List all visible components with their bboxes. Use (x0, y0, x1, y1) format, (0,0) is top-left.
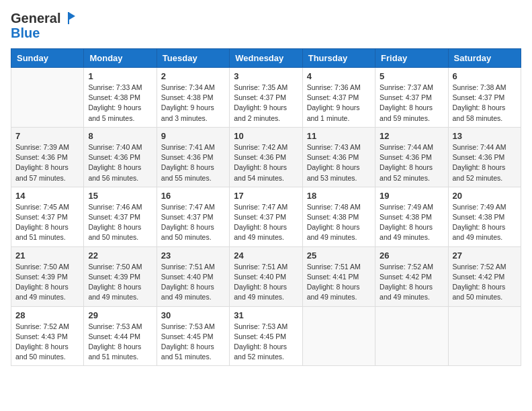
day-number: 8 (88, 131, 152, 141)
cell-info: Sunrise: 7:45 AMSunset: 4:37 PMDaylight:… (15, 202, 79, 243)
cell-info: Sunrise: 7:40 AMSunset: 4:36 PMDaylight:… (88, 142, 152, 183)
calendar-cell: 3Sunrise: 7:35 AMSunset: 4:37 PMDaylight… (230, 68, 302, 128)
cell-info: Sunrise: 7:39 AMSunset: 4:36 PMDaylight:… (15, 142, 79, 183)
calendar-cell (11, 68, 84, 128)
cell-info: Sunrise: 7:43 AMSunset: 4:36 PMDaylight:… (307, 142, 371, 183)
weekday-header-saturday: Saturday (448, 49, 521, 68)
calendar-cell: 1Sunrise: 7:33 AMSunset: 4:38 PMDaylight… (84, 68, 157, 128)
day-number: 16 (161, 191, 225, 201)
day-number: 31 (234, 310, 298, 320)
day-number: 18 (307, 191, 371, 201)
cell-info: Sunrise: 7:49 AMSunset: 4:38 PMDaylight:… (380, 202, 443, 243)
day-number: 4 (307, 71, 371, 81)
calendar-cell: 24Sunrise: 7:51 AMSunset: 4:40 PMDayligh… (230, 246, 302, 306)
cell-info: Sunrise: 7:48 AMSunset: 4:38 PMDaylight:… (307, 202, 371, 243)
calendar-cell: 5Sunrise: 7:37 AMSunset: 4:37 PMDaylight… (375, 68, 448, 128)
calendar-cell: 26Sunrise: 7:52 AMSunset: 4:42 PMDayligh… (375, 246, 448, 306)
calendar-cell: 9Sunrise: 7:41 AMSunset: 4:36 PMDaylight… (157, 127, 229, 187)
day-number: 27 (453, 250, 517, 261)
day-number: 29 (88, 310, 152, 320)
cell-info: Sunrise: 7:50 AMSunset: 4:39 PMDaylight:… (88, 262, 152, 303)
cell-info: Sunrise: 7:44 AMSunset: 4:36 PMDaylight:… (380, 142, 443, 183)
cell-info: Sunrise: 7:51 AMSunset: 4:40 PMDaylight:… (234, 262, 298, 303)
weekday-header-wednesday: Wednesday (230, 49, 302, 68)
cell-info: Sunrise: 7:50 AMSunset: 4:39 PMDaylight:… (15, 262, 79, 303)
calendar-week-2: 7Sunrise: 7:39 AMSunset: 4:36 PMDaylight… (11, 127, 521, 187)
day-number: 5 (380, 71, 443, 81)
day-number: 14 (15, 191, 79, 201)
calendar-cell: 6Sunrise: 7:38 AMSunset: 4:37 PMDaylight… (448, 68, 521, 128)
logo-blue: Blue (11, 26, 40, 40)
day-number: 2 (161, 71, 225, 81)
calendar-cell: 11Sunrise: 7:43 AMSunset: 4:36 PMDayligh… (302, 127, 375, 187)
day-number: 20 (453, 191, 517, 201)
calendar-cell: 18Sunrise: 7:48 AMSunset: 4:38 PMDayligh… (302, 187, 375, 246)
calendar-cell: 2Sunrise: 7:34 AMSunset: 4:38 PMDaylight… (157, 68, 229, 128)
weekday-header-sunday: Sunday (11, 49, 84, 68)
day-number: 17 (234, 191, 298, 201)
weekday-header-monday: Monday (84, 49, 157, 68)
calendar-cell: 21Sunrise: 7:50 AMSunset: 4:39 PMDayligh… (11, 246, 84, 306)
calendar-week-3: 14Sunrise: 7:45 AMSunset: 4:37 PMDayligh… (11, 187, 521, 246)
calendar-cell: 17Sunrise: 7:47 AMSunset: 4:37 PMDayligh… (230, 187, 302, 246)
calendar-cell: 10Sunrise: 7:42 AMSunset: 4:36 PMDayligh… (230, 127, 302, 187)
logo: General Blue (11, 11, 77, 40)
cell-info: Sunrise: 7:52 AMSunset: 4:43 PMDaylight:… (15, 322, 79, 363)
cell-info: Sunrise: 7:44 AMSunset: 4:36 PMDaylight:… (453, 142, 517, 183)
calendar-cell: 16Sunrise: 7:47 AMSunset: 4:37 PMDayligh… (157, 187, 229, 246)
day-number: 25 (307, 250, 371, 261)
calendar-week-4: 21Sunrise: 7:50 AMSunset: 4:39 PMDayligh… (11, 246, 521, 306)
calendar-cell (375, 306, 448, 366)
cell-info: Sunrise: 7:53 AMSunset: 4:44 PMDaylight:… (88, 322, 152, 363)
calendar-cell: 28Sunrise: 7:52 AMSunset: 4:43 PMDayligh… (11, 306, 84, 366)
cell-info: Sunrise: 7:47 AMSunset: 4:37 PMDaylight:… (161, 202, 225, 243)
calendar-cell: 15Sunrise: 7:46 AMSunset: 4:37 PMDayligh… (84, 187, 157, 246)
calendar-cell: 4Sunrise: 7:36 AMSunset: 4:37 PMDaylight… (302, 68, 375, 128)
cell-info: Sunrise: 7:37 AMSunset: 4:37 PMDaylight:… (380, 83, 443, 124)
cell-info: Sunrise: 7:47 AMSunset: 4:37 PMDaylight:… (234, 202, 298, 243)
logo-flag-icon (62, 11, 77, 26)
weekday-header-friday: Friday (375, 49, 448, 68)
day-number: 22 (88, 250, 152, 261)
weekday-header-thursday: Thursday (302, 49, 375, 68)
day-number: 9 (161, 131, 225, 141)
calendar-cell: 22Sunrise: 7:50 AMSunset: 4:39 PMDayligh… (84, 246, 157, 306)
day-number: 3 (234, 71, 298, 81)
cell-info: Sunrise: 7:36 AMSunset: 4:37 PMDaylight:… (307, 83, 371, 124)
calendar-cell: 29Sunrise: 7:53 AMSunset: 4:44 PMDayligh… (84, 306, 157, 366)
logo-general: General (11, 11, 60, 26)
calendar-cell (302, 306, 375, 366)
day-number: 28 (15, 310, 79, 320)
cell-info: Sunrise: 7:33 AMSunset: 4:38 PMDaylight:… (88, 83, 152, 124)
calendar-cell: 14Sunrise: 7:45 AMSunset: 4:37 PMDayligh… (11, 187, 84, 246)
cell-info: Sunrise: 7:51 AMSunset: 4:41 PMDaylight:… (307, 262, 371, 303)
cell-info: Sunrise: 7:41 AMSunset: 4:36 PMDaylight:… (161, 142, 225, 183)
day-number: 26 (380, 250, 443, 261)
cell-info: Sunrise: 7:53 AMSunset: 4:45 PMDaylight:… (234, 322, 298, 363)
cell-info: Sunrise: 7:52 AMSunset: 4:42 PMDaylight:… (380, 262, 443, 303)
calendar-week-1: 1Sunrise: 7:33 AMSunset: 4:38 PMDaylight… (11, 68, 521, 128)
cell-info: Sunrise: 7:42 AMSunset: 4:36 PMDaylight:… (234, 142, 298, 183)
calendar-cell: 23Sunrise: 7:51 AMSunset: 4:40 PMDayligh… (157, 246, 229, 306)
cell-info: Sunrise: 7:52 AMSunset: 4:42 PMDaylight:… (453, 262, 517, 303)
calendar-cell: 8Sunrise: 7:40 AMSunset: 4:36 PMDaylight… (84, 127, 157, 187)
calendar-table: SundayMondayTuesdayWednesdayThursdayFrid… (11, 48, 521, 366)
day-number: 1 (88, 71, 152, 81)
svg-rect-1 (68, 12, 69, 24)
calendar-cell (448, 306, 521, 366)
cell-info: Sunrise: 7:35 AMSunset: 4:37 PMDaylight:… (234, 83, 298, 124)
calendar-cell: 30Sunrise: 7:53 AMSunset: 4:45 PMDayligh… (157, 306, 229, 366)
svg-marker-0 (69, 12, 75, 20)
weekday-header-row: SundayMondayTuesdayWednesdayThursdayFrid… (11, 49, 521, 68)
calendar-cell: 27Sunrise: 7:52 AMSunset: 4:42 PMDayligh… (448, 246, 521, 306)
cell-info: Sunrise: 7:46 AMSunset: 4:37 PMDaylight:… (88, 202, 152, 243)
calendar-cell: 7Sunrise: 7:39 AMSunset: 4:36 PMDaylight… (11, 127, 84, 187)
cell-info: Sunrise: 7:34 AMSunset: 4:38 PMDaylight:… (161, 83, 225, 124)
cell-info: Sunrise: 7:51 AMSunset: 4:40 PMDaylight:… (161, 262, 225, 303)
day-number: 30 (161, 310, 225, 320)
cell-info: Sunrise: 7:49 AMSunset: 4:38 PMDaylight:… (453, 202, 517, 243)
cell-info: Sunrise: 7:38 AMSunset: 4:37 PMDaylight:… (453, 83, 517, 124)
page-header: General Blue (11, 11, 521, 40)
day-number: 10 (234, 131, 298, 141)
calendar-cell: 31Sunrise: 7:53 AMSunset: 4:45 PMDayligh… (230, 306, 302, 366)
